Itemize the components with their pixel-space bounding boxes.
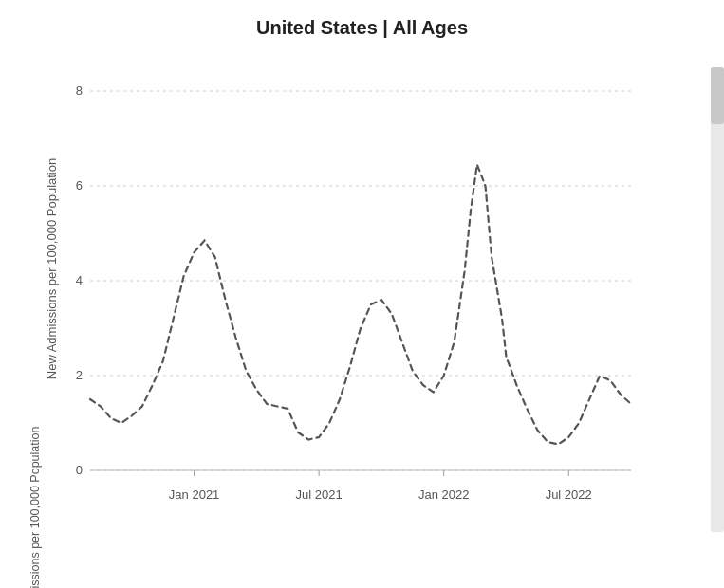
svg-text:0: 0 bbox=[76, 463, 83, 477]
svg-text:Jan 2021: Jan 2021 bbox=[169, 487, 220, 502]
y-axis-label: New Admissions per 100,000 Population bbox=[28, 450, 42, 589]
chart-svg: 02468Jan 2021Jul 2021Jan 2022Jul 2022New… bbox=[43, 48, 669, 513]
svg-text:Jul 2022: Jul 2022 bbox=[546, 487, 592, 502]
svg-text:6: 6 bbox=[76, 178, 83, 193]
svg-text:Jan 2022: Jan 2022 bbox=[418, 487, 470, 502]
chart-container: United States | All Ages New Admissions … bbox=[0, 0, 724, 588]
chart-title: United States | All Ages bbox=[0, 0, 724, 48]
svg-text:Jul 2021: Jul 2021 bbox=[296, 487, 343, 502]
svg-text:New Admissions per 100,000 Pop: New Admissions per 100,000 Population bbox=[45, 158, 59, 379]
svg-text:2: 2 bbox=[76, 368, 83, 382]
svg-text:4: 4 bbox=[76, 273, 83, 287]
scrollbar[interactable] bbox=[711, 67, 724, 532]
svg-text:8: 8 bbox=[76, 83, 83, 98]
